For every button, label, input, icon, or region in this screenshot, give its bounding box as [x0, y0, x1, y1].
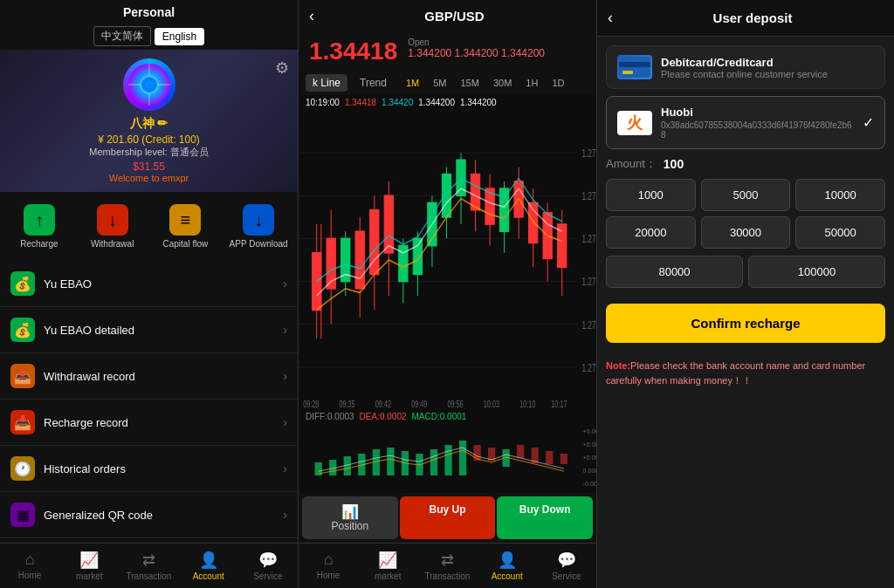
position-label: Position — [306, 520, 395, 532]
1d-tab[interactable]: 1D — [548, 76, 567, 90]
withdrawal-action[interactable]: ↓ Withdrawal — [77, 199, 148, 254]
huobi-option[interactable]: 火 Huobi 0x38adc60785538004a0333d6f41976f… — [606, 96, 885, 149]
p1-nav-home[interactable]: ⌂ Home — [0, 547, 59, 585]
p1-nav-service[interactable]: 💬 Service — [238, 547, 298, 585]
p2-home-icon: ⌂ — [324, 550, 334, 569]
personal-title: Personal — [123, 5, 175, 19]
menu-item-historical-orders[interactable]: 🕐 Historical orders › — [0, 446, 298, 492]
price-section: 1.34418 Open 1.344200 1.344200 1.344200 — [299, 32, 596, 71]
historical-orders-icon: 🕐 — [10, 456, 35, 481]
svg-rect-41 — [499, 188, 508, 231]
amount-30000[interactable]: 30000 — [701, 216, 791, 249]
svg-rect-69 — [387, 448, 394, 475]
p1-market-label: market — [76, 571, 103, 581]
svg-rect-73 — [444, 445, 451, 475]
p2-nav-account[interactable]: 👤 Account — [478, 547, 537, 585]
yuebao-detail-arrow: › — [283, 323, 287, 337]
confirm-recharge-button[interactable]: Confirm recharge — [606, 304, 885, 343]
15m-tab[interactable]: 15M — [457, 76, 483, 90]
qr-code-icon: ▦ — [10, 503, 35, 527]
recharge-action[interactable]: ↑ Recharge — [3, 199, 75, 254]
p2-nav-market[interactable]: 📈 market — [358, 547, 417, 585]
qr-code-arrow: › — [283, 508, 287, 522]
app-download-icon: ↓ — [243, 204, 274, 236]
buy-down-button[interactable]: Buy Down — [497, 496, 593, 539]
yuebao-arrow: › — [283, 277, 287, 291]
p1-nav-transaction[interactable]: ⇄ Transaction — [119, 547, 178, 585]
lang-en-button[interactable]: English — [155, 28, 204, 45]
amount-20000[interactable]: 20000 — [606, 216, 696, 249]
deposit-header: ‹ User deposit — [597, 0, 894, 37]
app-download-action[interactable]: ↓ APP Download — [223, 199, 294, 254]
trend-tab[interactable]: Trend — [353, 74, 394, 92]
withdrawal-record-icon: 📤 — [10, 364, 35, 388]
position-button[interactable]: 📊 Position — [302, 496, 398, 539]
chart-tabs: k Line Trend 1M 5M 15M 30M 1H 1D — [299, 71, 596, 95]
withdrawal-record-label: Withdrawal record — [44, 370, 274, 383]
amount-80000[interactable]: 80000 — [606, 256, 743, 288]
amount-10000[interactable]: 10000 — [795, 179, 885, 211]
chart-actions: 📊 Position Buy Up Buy Down — [299, 493, 596, 543]
p2-account-label: Account — [492, 571, 523, 581]
p1-account-icon: 👤 — [199, 550, 218, 570]
1h-tab[interactable]: 1H — [522, 76, 541, 90]
debitcard-option[interactable]: Debitcard/Creditcard Please contact onli… — [606, 45, 885, 89]
svg-text:09:35: 09:35 — [340, 398, 355, 409]
recharge-record-arrow: › — [283, 415, 287, 429]
capital-flow-action[interactable]: ≡ Capital flow — [150, 199, 222, 254]
huobi-check-icon: ✓ — [863, 114, 874, 131]
svg-text:火: 火 — [626, 114, 643, 132]
menu-item-qr-code[interactable]: ▦ Generalized QR code › — [0, 492, 298, 538]
p1-service-label: Service — [253, 571, 282, 581]
svg-rect-81 — [560, 454, 567, 464]
chart-back-button[interactable]: ‹ — [309, 7, 314, 25]
svg-text:+0.00027: +0.00027 — [583, 428, 597, 435]
lang-cn-button[interactable]: 中文简体 — [93, 26, 151, 46]
menu-item-recharge-record[interactable]: 📥 Recharge record › — [0, 400, 298, 446]
settings-icon[interactable]: ⚙ — [275, 58, 289, 78]
p2-bottom-nav: ⌂ Home 📈 market ⇄ Transaction 👤 Account … — [299, 543, 596, 588]
menu-item-withdrawal-record[interactable]: 📤 Withdrawal record › — [0, 353, 298, 400]
amount-50000[interactable]: 50000 — [795, 216, 885, 249]
p2-service-label: Service — [552, 571, 581, 581]
p2-nav-service[interactable]: 💬 Service — [537, 547, 596, 585]
amount-5000[interactable]: 5000 — [701, 179, 791, 211]
buy-up-button[interactable]: Buy Up — [400, 496, 496, 539]
amount-grid-row1: 1000 5000 10000 20000 30000 50000 — [606, 179, 885, 249]
debitcard-info: Debitcard/Creditcard Please contact onli… — [661, 56, 874, 79]
svg-rect-80 — [546, 451, 553, 464]
svg-rect-74 — [459, 441, 466, 475]
amount-100000[interactable]: 100000 — [748, 256, 885, 288]
svg-text:1.27380: 1.27380 — [581, 361, 596, 373]
p1-bottom-nav: ⌂ Home 📈 market ⇄ Transaction 👤 Account … — [0, 543, 298, 588]
qr-code-label: Generalized QR code — [44, 509, 274, 522]
p1-transaction-icon: ⇄ — [142, 550, 155, 570]
yuebao-label: Yu EBAO — [44, 277, 274, 291]
30m-tab[interactable]: 30M — [490, 76, 515, 90]
kline-tab[interactable]: k Line — [306, 74, 347, 92]
svg-text:10:17: 10:17 — [551, 398, 567, 409]
debitcard-icon — [617, 55, 652, 79]
menu-item-yuebao[interactable]: 💰 Yu EBAO › — [0, 261, 298, 307]
personal-header: Personal — [0, 0, 298, 23]
amount-section: Amount： 100 — [606, 156, 885, 172]
1m-tab[interactable]: 1M — [402, 76, 423, 90]
note-text: Note:Please check the bank account name … — [606, 359, 885, 387]
p2-nav-home[interactable]: ⌂ Home — [299, 547, 358, 585]
deposit-back-button[interactable]: ‹ — [608, 9, 613, 27]
amount-1000[interactable]: 1000 — [606, 179, 696, 211]
p2-nav-transaction[interactable]: ⇄ Transaction — [417, 547, 477, 585]
5m-tab[interactable]: 5M — [430, 76, 450, 90]
p1-nav-account[interactable]: 👤 Account — [179, 547, 238, 585]
yuebao-icon: 💰 — [10, 271, 35, 296]
withdrawal-record-arrow: › — [283, 369, 287, 383]
withdrawal-label: Withdrawal — [91, 239, 134, 249]
menu-list: 💰 Yu EBAO › 💰 Yu EBAO detailed › 📤 Withd… — [0, 261, 298, 543]
menu-item-yuebao-detail[interactable]: 💰 Yu EBAO detailed › — [0, 307, 298, 353]
p2-service-icon: 💬 — [557, 550, 576, 570]
p1-nav-market[interactable]: 📈 market — [59, 547, 119, 585]
historical-orders-label: Historical orders — [44, 462, 274, 475]
diff-bar: DIFF:0.0003 DEA:0.0002 MACD:0.0001 — [299, 410, 596, 423]
profile-credit: $31.55 — [133, 161, 165, 173]
profile-section: ⚙ 八神 ✏ ¥ 201.6 — [0, 50, 298, 192]
